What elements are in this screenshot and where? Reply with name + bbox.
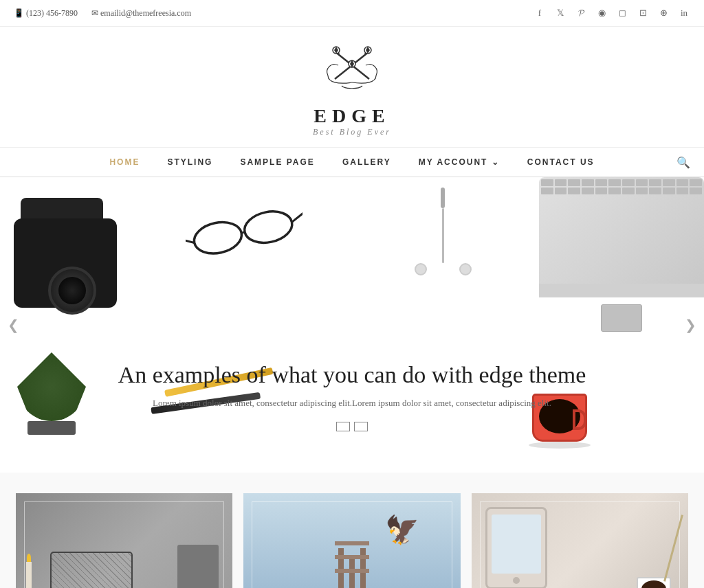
glasses-decoration	[186, 198, 302, 262]
phone-icon: 📱	[14, 8, 24, 18]
main-nav: HOME StyLiNG SAMPLE PAGE GALLERY MY ACCO…	[0, 148, 704, 177]
email-info: ✉ emailid@themefreesia.com	[91, 8, 191, 19]
coffee-handle	[573, 409, 586, 430]
card-lifestyle[interactable]: 🦅 LIFE STYLE	[243, 493, 460, 588]
key	[595, 188, 608, 194]
key	[663, 188, 675, 194]
key	[595, 179, 608, 186]
email-icon: ✉	[91, 8, 98, 18]
key	[690, 188, 702, 194]
plant-pot	[28, 421, 76, 435]
pelican-bird: 🦅	[385, 514, 419, 546]
basket-frame	[50, 552, 133, 588]
laptop-screen	[539, 177, 704, 287]
linkedin-icon[interactable]: in	[678, 7, 690, 19]
key	[690, 179, 702, 186]
search-icon[interactable]: 🔍	[676, 156, 690, 169]
laptop-trackpad	[539, 284, 704, 297]
logo[interactable]: EDGE Best Blog Ever	[313, 39, 391, 137]
flickr-icon[interactable]: ⊡	[637, 7, 649, 19]
instagram-icon[interactable]: ◻	[616, 7, 628, 19]
card-edge[interactable]: THIS IS EGDE	[472, 493, 688, 588]
nav-item-contact[interactable]: CONTACT US	[514, 148, 608, 177]
logo-title: EDGE	[313, 105, 391, 127]
camera-body	[14, 218, 117, 308]
card-edge-bg	[472, 493, 688, 588]
twitter-icon[interactable]: 𝕏	[554, 7, 566, 19]
pier-post-1	[338, 548, 344, 588]
dribbble-icon[interactable]: ◉	[595, 7, 608, 19]
svg-point-10	[191, 218, 245, 258]
contact-info: 📱 (123) 456-7890 ✉ emailid@themefreesia.…	[14, 8, 191, 19]
key	[663, 179, 675, 186]
earphones-decoration	[408, 188, 477, 297]
hero-section: An examples of what you can do with edge…	[0, 177, 704, 473]
svg-line-14	[290, 212, 302, 222]
site-header: EDGE Best Blog Ever	[0, 27, 704, 148]
key	[541, 179, 553, 186]
hero-heading: An examples of what you can do with edge…	[111, 362, 593, 388]
nav-inner: HOME StyLiNG SAMPLE PAGE GALLERY MY ACCO…	[0, 148, 704, 177]
nav-link-contact[interactable]: CONTACT US	[514, 148, 608, 177]
tablet-device	[485, 507, 547, 588]
slider-dot-2[interactable]	[354, 422, 368, 431]
slider-dot-1[interactable]	[336, 422, 350, 431]
key	[636, 179, 648, 186]
slider-dots	[336, 422, 368, 431]
nav-link-gallery[interactable]: GALLERY	[329, 148, 405, 177]
plant-decoration	[14, 352, 89, 435]
email-address: emailid@themefreesia.com	[100, 8, 191, 18]
top-bar: 📱 (123) 456-7890 ✉ emailid@themefreesia.…	[0, 0, 704, 27]
candle-stick	[26, 562, 32, 588]
slider-next-button[interactable]: ❯	[681, 311, 701, 339]
hero-subtext: Lorem ipsum dolor sit amet, consectetur …	[111, 396, 593, 411]
nav-item-gallery[interactable]: GALLERY	[329, 148, 405, 177]
nav-item-sample[interactable]: SAMPLE PAGE	[226, 148, 328, 177]
logo-emblem	[318, 39, 386, 101]
key	[649, 188, 661, 194]
nav-link-sample[interactable]: SAMPLE PAGE	[226, 148, 328, 177]
earphone-wire	[442, 208, 444, 263]
coffee-small	[637, 577, 674, 588]
key	[555, 188, 567, 194]
phone-info: 📱 (123) 456-7890	[14, 8, 78, 19]
tablet-screen	[492, 514, 541, 574]
coffee-saucer	[529, 442, 591, 449]
slider-prev-button[interactable]: ❮	[3, 311, 23, 339]
key	[568, 179, 580, 186]
tablet-button	[513, 577, 520, 584]
nav-item-home[interactable]: HOME	[96, 148, 153, 177]
phone-number: (123) 456-7890	[26, 8, 78, 18]
key	[649, 179, 661, 186]
pier-board-2	[335, 555, 369, 559]
nav-link-home[interactable]: HOME	[96, 148, 153, 177]
cup-liquid-small	[641, 580, 666, 588]
nav-item-account[interactable]: MY ACCOUNT ⌄	[405, 148, 514, 177]
cards-section: ABOUT US 🦅 LIFE STYLE	[0, 473, 704, 588]
glasses-svg	[186, 198, 302, 260]
card-about-us[interactable]: ABOUT US	[16, 493, 232, 588]
earphone-jack	[441, 188, 445, 208]
key	[555, 179, 567, 186]
pinterest-icon[interactable]: 𝓟	[575, 7, 587, 19]
key	[622, 179, 635, 186]
nav-item-styling[interactable]: StyLiNG	[153, 148, 226, 177]
laptop-decoration	[532, 177, 704, 328]
social-links: f 𝕏 𝓟 ◉ ◻ ⊡ ⊕ in	[534, 7, 690, 19]
nav-link-styling[interactable]: StyLiNG	[153, 148, 226, 177]
nav-link-account[interactable]: MY ACCOUNT ⌄	[405, 148, 514, 177]
card-lifestyle-bg: 🦅	[243, 493, 460, 588]
svg-point-11	[241, 207, 295, 247]
keyboard-keys	[539, 177, 704, 196]
pier-post-3	[360, 548, 366, 588]
google-icon[interactable]: ⊕	[657, 7, 670, 19]
book-item	[177, 545, 219, 588]
pier-board	[335, 541, 369, 545]
earphone-bud-right	[459, 263, 472, 275]
key	[622, 188, 635, 194]
facebook-icon[interactable]: f	[534, 7, 546, 19]
plant-leaves	[17, 352, 86, 421]
camera-decoration	[7, 191, 124, 321]
basket-wires	[52, 553, 131, 588]
key	[608, 188, 621, 194]
